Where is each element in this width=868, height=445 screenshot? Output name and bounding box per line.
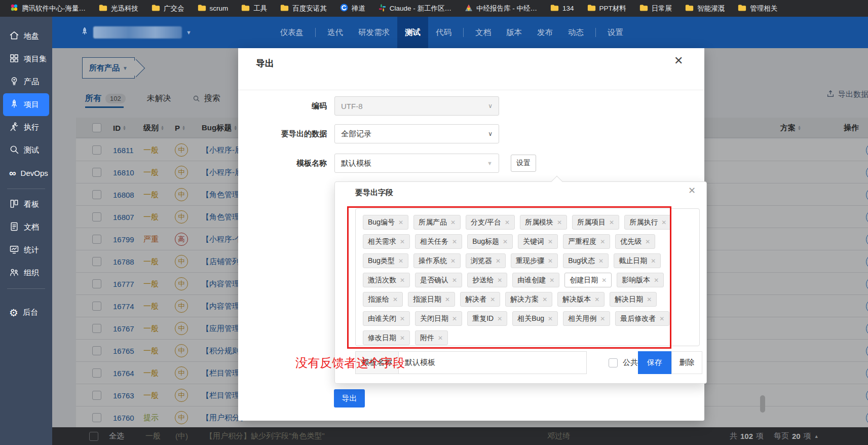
remove-tag-icon[interactable]: ✕	[548, 257, 553, 265]
sidebar-item-home[interactable]: 地盘	[3, 25, 49, 48]
export-field-tag[interactable]: 指派给✕	[363, 292, 403, 307]
export-submit-button[interactable]: 导出	[334, 389, 365, 407]
sidebar-item-gear[interactable]: ⚙后台	[3, 301, 49, 324]
remove-tag-icon[interactable]: ✕	[400, 315, 405, 322]
bookmark-item[interactable]: scrum	[193, 3, 234, 15]
remove-tag-icon[interactable]: ✕	[398, 257, 403, 265]
export-field-tag[interactable]: Bug标题✕	[467, 234, 513, 249]
remove-tag-icon[interactable]: ✕	[400, 277, 405, 284]
remove-tag-icon[interactable]: ✕	[557, 219, 562, 226]
export-field-tag[interactable]: 相关任务✕	[415, 234, 462, 249]
remove-tag-icon[interactable]: ✕	[600, 238, 605, 245]
export-field-tag[interactable]: 截止日期✕	[614, 253, 661, 268]
remove-tag-icon[interactable]: ✕	[452, 238, 457, 245]
sidebar-item-run[interactable]: 执行	[3, 116, 49, 139]
export-field-tag[interactable]: 修改日期✕	[363, 330, 410, 345]
nav-item[interactable]: 迭代	[320, 17, 351, 48]
export-field-tag[interactable]: 所属项目✕	[572, 215, 619, 230]
sidebar-item-doc[interactable]: 文档	[3, 216, 49, 239]
bookmark-item[interactable]: 中经报告库 - 中经…	[460, 3, 542, 15]
remove-tag-icon[interactable]: ✕	[496, 257, 501, 265]
sidebar-item-stats[interactable]: 统计	[3, 239, 49, 262]
bookmark-item[interactable]: 智能灌溉	[680, 3, 730, 15]
bookmark-item[interactable]: 广交会	[146, 3, 190, 15]
sidebar-item-infinity[interactable]: ∞DevOps	[3, 162, 49, 184]
export-field-tag[interactable]: 由谁创建✕	[512, 273, 559, 287]
export-field-tag[interactable]: 解决日期✕	[610, 292, 657, 307]
export-field-tag[interactable]: 所属模块✕	[520, 215, 567, 230]
delete-button[interactable]: 删除	[671, 351, 702, 374]
export-field-tag[interactable]: 分支/平台✕	[466, 215, 515, 230]
remove-tag-icon[interactable]: ✕	[601, 277, 607, 284]
bookmark-item[interactable]: PPT材料	[582, 3, 631, 15]
remove-tag-icon[interactable]: ✕	[393, 296, 398, 303]
remove-tag-icon[interactable]: ✕	[400, 335, 405, 342]
template-name-input[interactable]: 默认模板	[398, 351, 587, 374]
public-checkbox-group[interactable]: 公共	[609, 351, 638, 374]
remove-tag-icon[interactable]: ✕	[438, 335, 443, 342]
bookmark-item[interactable]: Claude - 新工作区…	[373, 3, 457, 15]
remove-tag-icon[interactable]: ✕	[497, 277, 502, 284]
export-field-tag[interactable]: 相关Bug✕	[512, 311, 558, 326]
bookmark-item[interactable]: 光迅科技	[94, 3, 143, 15]
remove-tag-icon[interactable]: ✕	[548, 315, 553, 322]
export-field-tag[interactable]: 附件✕	[415, 330, 448, 345]
export-scope-select[interactable]: 全部记录∨	[334, 124, 499, 143]
bookmark-item[interactable]: 禅道	[335, 2, 370, 15]
template-name-combobox[interactable]: 默认模板▼	[334, 154, 499, 173]
sidebar-item-grid[interactable]: 项目集	[3, 48, 49, 70]
nav-item[interactable]: 仪表盘	[273, 17, 312, 48]
public-checkbox[interactable]	[609, 358, 618, 367]
bookmark-item[interactable]: 腾讯软件中心-海量…	[5, 2, 91, 15]
export-field-tag[interactable]: Bug类型✕	[363, 253, 408, 268]
remove-tag-icon[interactable]: ✕	[398, 219, 403, 226]
save-button[interactable]: 保存	[638, 351, 671, 374]
export-field-tag[interactable]: 抄送给✕	[467, 273, 507, 287]
export-field-tag[interactable]: 关闭日期✕	[415, 311, 462, 326]
project-switcher[interactable]: ▼	[80, 26, 192, 39]
remove-tag-icon[interactable]: ✕	[450, 219, 456, 226]
encoding-select[interactable]: UTF-8∨	[334, 96, 499, 116]
nav-item[interactable]: 测试	[397, 17, 428, 48]
sidebar-item-org[interactable]: 组织	[3, 262, 49, 284]
template-settings-button[interactable]: 设置	[511, 155, 536, 172]
bookmark-item[interactable]: 百度安诺其	[275, 3, 332, 15]
remove-tag-icon[interactable]: ✕	[503, 238, 508, 245]
remove-tag-icon[interactable]: ✕	[651, 257, 656, 265]
export-field-tag[interactable]: 影响版本✕	[617, 273, 664, 287]
bookmark-item[interactable]: 管理相关	[733, 3, 782, 15]
remove-tag-icon[interactable]: ✕	[452, 315, 457, 322]
remove-tag-icon[interactable]: ✕	[505, 219, 510, 226]
sidebar-item-kanban[interactable]: 看板	[3, 193, 49, 216]
export-field-tag[interactable]: 指派日期✕	[408, 292, 455, 307]
nav-item[interactable]: 动态	[560, 17, 591, 48]
remove-tag-icon[interactable]: ✕	[661, 219, 666, 226]
nav-item[interactable]: 发布	[530, 17, 560, 48]
export-field-tag[interactable]: Bug状态✕	[563, 253, 609, 268]
nav-item[interactable]: 文档	[468, 17, 499, 48]
sidebar-item-search[interactable]: 测试	[3, 139, 49, 162]
remove-tag-icon[interactable]: ✕	[548, 238, 553, 245]
nav-item[interactable]: 版本	[499, 17, 530, 48]
export-field-tag[interactable]: 解决者✕	[460, 292, 500, 307]
nav-item[interactable]: 代码	[428, 17, 459, 48]
bookmark-item[interactable]: 日常展	[634, 3, 677, 15]
remove-tag-icon[interactable]: ✕	[609, 219, 614, 226]
export-field-tag[interactable]: 相关需求✕	[363, 234, 410, 249]
close-icon[interactable]: ✕	[688, 185, 696, 196]
close-icon[interactable]: ✕	[674, 54, 683, 67]
sidebar-item-bulb[interactable]: 产品	[3, 70, 49, 93]
remove-tag-icon[interactable]: ✕	[654, 277, 659, 284]
bookmark-item[interactable]: 134	[545, 3, 579, 15]
remove-tag-icon[interactable]: ✕	[452, 277, 457, 284]
bookmark-item[interactable]: 工具	[236, 3, 272, 15]
remove-tag-icon[interactable]: ✕	[645, 238, 650, 245]
remove-tag-icon[interactable]: ✕	[490, 296, 495, 303]
export-field-tag[interactable]: 解决方案✕	[505, 292, 552, 307]
export-field-tag[interactable]: 由谁关闭✕	[363, 311, 410, 326]
remove-tag-icon[interactable]: ✕	[647, 296, 652, 303]
export-field-tag[interactable]: 重现步骤✕	[511, 253, 558, 268]
export-field-tag[interactable]: 激活次数✕	[363, 273, 410, 287]
export-field-tag[interactable]: 创建日期✕	[564, 273, 612, 287]
export-field-tag[interactable]: 所属产品✕	[413, 215, 461, 230]
